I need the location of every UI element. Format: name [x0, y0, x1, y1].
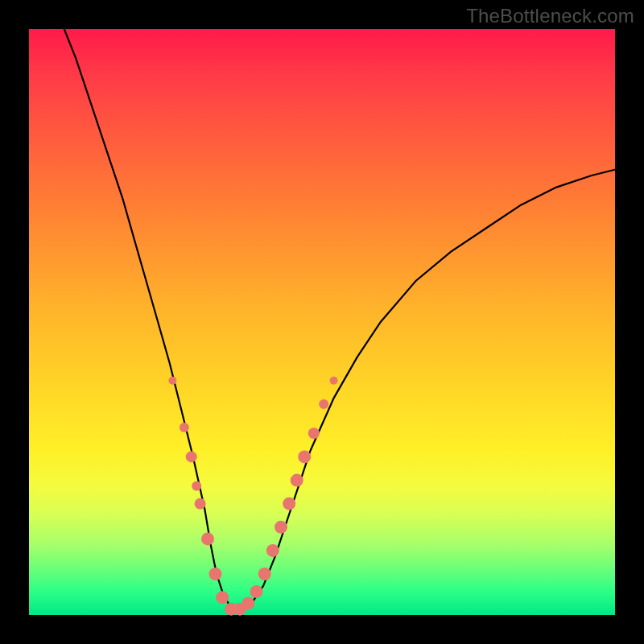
marker-dot	[242, 597, 254, 609]
marker-dot	[330, 377, 338, 385]
marker-dot	[209, 568, 222, 580]
marker-dot	[298, 450, 311, 463]
marker-dot	[168, 377, 176, 385]
marker-dot	[319, 399, 328, 409]
marker-dot	[195, 498, 206, 510]
marker-dot	[216, 591, 229, 604]
highlighted-points	[168, 377, 337, 616]
chart-frame: TheBottleneck.com	[0, 0, 644, 644]
marker-dot	[250, 585, 263, 598]
plot-area	[29, 29, 615, 615]
marker-dot	[275, 521, 287, 534]
curve-layer	[29, 29, 615, 615]
marker-dot	[308, 427, 320, 439]
marker-dot	[180, 423, 189, 432]
bottleneck-curve	[64, 29, 615, 609]
marker-dot	[186, 451, 197, 462]
marker-dot	[192, 481, 201, 491]
marker-dot	[258, 568, 271, 580]
marker-dot	[201, 532, 214, 545]
marker-dot	[266, 544, 279, 557]
marker-dot	[291, 474, 303, 487]
bottleneck-curve-path	[64, 29, 615, 609]
marker-dot	[283, 497, 295, 510]
watermark-text: TheBottleneck.com	[466, 5, 634, 27]
